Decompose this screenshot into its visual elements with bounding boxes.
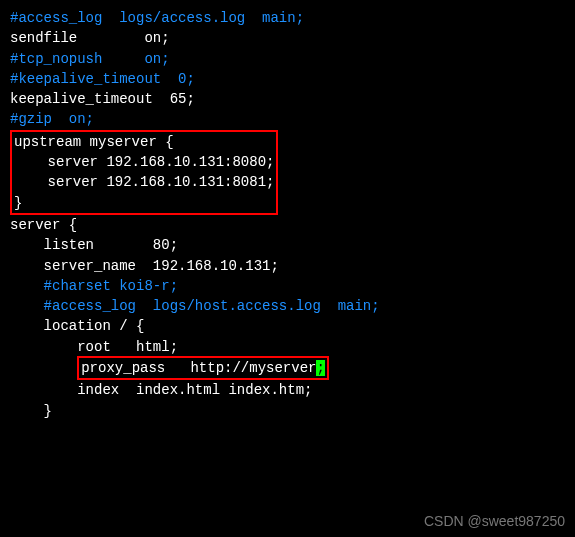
upstream-server-1: server 192.168.10.131:8080;: [14, 152, 274, 172]
comment-line: #keepalive_timeout 0;: [10, 69, 565, 89]
directive-listen: listen 80;: [10, 235, 565, 255]
server-open: server {: [10, 215, 565, 235]
upstream-close: }: [14, 193, 274, 213]
upstream-open: upstream myserver {: [14, 132, 274, 152]
proxy-pass-line: proxy_pass http://myserver;: [10, 357, 565, 380]
directive-server-name: server_name 192.168.10.131;: [10, 256, 565, 276]
watermark: CSDN @sweet987250: [424, 511, 565, 531]
directive-index: index index.html index.htm;: [10, 380, 565, 400]
upstream-server-2: server 192.168.10.131:8081;: [14, 172, 274, 192]
comment-line: #tcp_nopush on;: [10, 49, 565, 69]
indent: [10, 360, 77, 376]
upstream-highlight-box: upstream myserver { server 192.168.10.13…: [10, 130, 278, 215]
location-close: }: [10, 401, 565, 421]
directive-sendfile: sendfile on;: [10, 28, 565, 48]
proxy-pass-highlight-box: proxy_pass http://myserver;: [77, 356, 329, 380]
location-open: location / {: [10, 316, 565, 336]
comment-line: #gzip on;: [10, 109, 565, 129]
directive-keepalive: keepalive_timeout 65;: [10, 89, 565, 109]
comment-line: #access_log logs/access.log main;: [10, 8, 565, 28]
proxy-pass-text: proxy_pass http://myserver: [81, 360, 316, 376]
comment-line: #charset koi8-r;: [10, 276, 565, 296]
directive-root: root html;: [10, 337, 565, 357]
comment-line: #access_log logs/host.access.log main;: [10, 296, 565, 316]
cursor-icon: ;: [316, 360, 324, 376]
